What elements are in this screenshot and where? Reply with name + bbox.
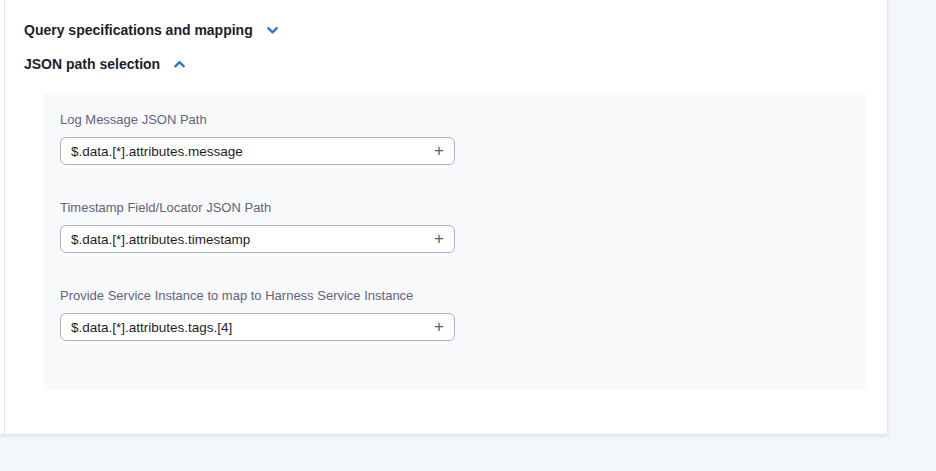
timestamp-json-path-input[interactable]: [61, 232, 430, 247]
field-timestamp-json-path: Timestamp Field/Locator JSON Path +: [60, 200, 867, 253]
field-log-message-json-path: Log Message JSON Path +: [60, 112, 867, 165]
chevron-down-icon[interactable]: [265, 23, 280, 38]
log-message-json-path-label: Log Message JSON Path: [60, 112, 867, 127]
plus-icon[interactable]: +: [430, 230, 454, 249]
section-query-specifications-toggle[interactable]: Query specifications and mapping: [24, 22, 280, 38]
field-service-instance-json-path: Provide Service Instance to map to Harne…: [60, 288, 867, 341]
query-mapping-card: Query specifications and mapping JSON pa…: [0, 0, 888, 434]
chevron-up-icon[interactable]: [172, 57, 187, 72]
log-message-json-path-input-wrap: +: [60, 137, 455, 165]
service-instance-json-path-input-wrap: +: [60, 313, 455, 341]
card-left-divider: [4, 0, 5, 434]
timestamp-json-path-label: Timestamp Field/Locator JSON Path: [60, 200, 867, 215]
section-json-path-selection-title: JSON path selection: [24, 56, 160, 72]
service-instance-json-path-input[interactable]: [61, 320, 430, 335]
json-path-selection-panel: Log Message JSON Path + Timestamp Field/…: [44, 93, 867, 390]
log-message-json-path-input[interactable]: [61, 144, 430, 159]
plus-icon[interactable]: +: [430, 318, 454, 337]
service-instance-json-path-label: Provide Service Instance to map to Harne…: [60, 288, 867, 303]
plus-icon[interactable]: +: [430, 142, 454, 161]
page-background: Query specifications and mapping JSON pa…: [0, 0, 936, 471]
timestamp-json-path-input-wrap: +: [60, 225, 455, 253]
section-query-specifications-title: Query specifications and mapping: [24, 22, 253, 38]
section-json-path-selection-toggle[interactable]: JSON path selection: [24, 56, 187, 72]
